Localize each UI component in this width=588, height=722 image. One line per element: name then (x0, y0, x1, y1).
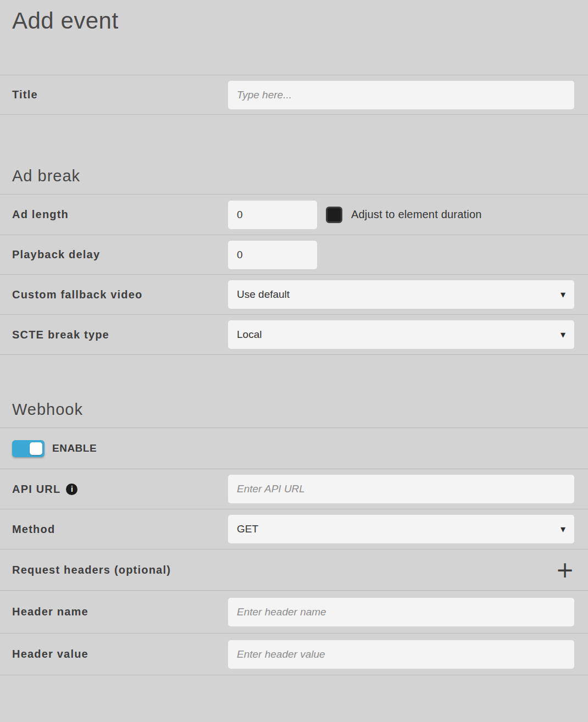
plus-icon: + (556, 559, 574, 581)
request-headers-row: Request headers (optional) + (0, 549, 588, 591)
ad-length-row: Ad length Adjust to element duration (0, 195, 588, 235)
header-name-label: Header name (12, 606, 228, 618)
header-value-label: Header value (12, 648, 228, 660)
ad-length-input[interactable] (228, 201, 317, 229)
ad-break-heading: Ad break (12, 167, 80, 185)
toggle-knob (30, 442, 42, 455)
chevron-down-icon: ▾ (561, 524, 565, 534)
ad-break-section-header: Ad break (0, 115, 588, 195)
info-icon[interactable]: i (66, 484, 77, 495)
api-url-input[interactable] (228, 475, 574, 503)
header-value-input[interactable] (228, 640, 574, 669)
enable-row: ENABLE (0, 428, 588, 469)
panel-header: Add event (0, 0, 588, 75)
enable-toggle[interactable] (12, 440, 45, 457)
custom-fallback-video-value: Use default (237, 288, 290, 301)
playback-delay-input[interactable] (228, 241, 317, 269)
scte-break-type-value: Local (237, 329, 262, 341)
ad-length-label: Ad length (12, 208, 228, 221)
adjust-duration-label: Adjust to element duration (351, 208, 482, 221)
header-value-row: Header value (0, 634, 588, 675)
method-label: Method (12, 523, 228, 536)
playback-delay-row: Playback delay (0, 235, 588, 275)
title-label: Title (12, 88, 228, 101)
api-url-label-text: API URL (12, 483, 60, 496)
custom-fallback-video-select[interactable]: Use default ▾ (228, 280, 574, 309)
webhook-heading: Webhook (12, 401, 83, 419)
title-input[interactable] (228, 81, 574, 109)
scte-break-type-select[interactable]: Local ▾ (228, 320, 574, 349)
method-value: GET (237, 523, 258, 535)
method-select[interactable]: GET ▾ (228, 515, 574, 543)
custom-fallback-video-row: Custom fallback video Use default ▾ (0, 275, 588, 315)
custom-fallback-video-label: Custom fallback video (12, 288, 228, 301)
api-url-label: API URL i (12, 483, 228, 496)
method-row: Method GET ▾ (0, 509, 588, 549)
playback-delay-label: Playback delay (12, 248, 228, 261)
scte-break-type-row: SCTE break type Local ▾ (0, 315, 588, 355)
request-headers-label: Request headers (optional) (12, 564, 556, 576)
title-row: Title (0, 75, 588, 115)
page-title: Add event (12, 8, 574, 34)
bottom-spacer (0, 675, 588, 722)
header-name-row: Header name (0, 591, 588, 634)
chevron-down-icon: ▾ (561, 330, 565, 340)
webhook-section-header: Webhook (0, 355, 588, 428)
add-header-button[interactable]: + (556, 559, 574, 581)
api-url-row: API URL i (0, 469, 588, 509)
add-event-panel: Add event Title Ad break Ad length Adjus… (0, 0, 588, 722)
chevron-down-icon: ▾ (561, 290, 565, 299)
enable-label: ENABLE (52, 442, 97, 454)
adjust-duration-checkbox[interactable] (326, 207, 342, 223)
header-name-input[interactable] (228, 598, 574, 626)
scte-break-type-label: SCTE break type (12, 329, 228, 341)
